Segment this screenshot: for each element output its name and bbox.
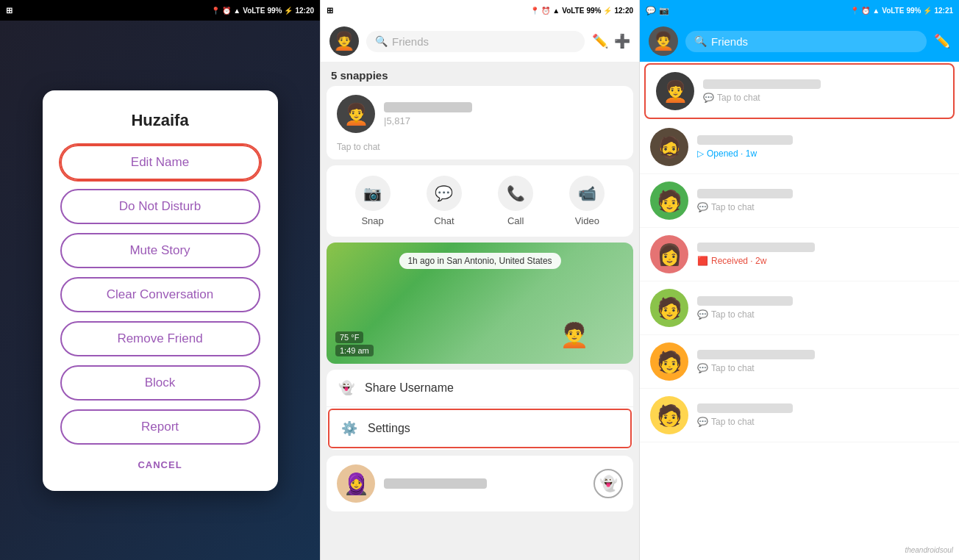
settings-item[interactable]: ⚙️ Settings [328, 409, 632, 448]
p3-wifi-icon: ▲ [872, 7, 880, 15]
fl-chat-icon-5: 💬 [697, 309, 708, 320]
map-location-label: 1h ago in San Antonio, United States [399, 253, 560, 269]
p3-alarm-icon: ⏰ [861, 7, 870, 15]
fl-avatar-6: 🧑 [650, 342, 688, 381]
friend-list-item-2[interactable]: 🧔 ▷ Opened · 1w [640, 121, 959, 174]
p2-search-bar[interactable]: 🔍 Friends [366, 31, 585, 52]
remove-friend-button[interactable]: Remove Friend [60, 321, 260, 356]
fl-info-7: 💬 Tap to chat [697, 403, 949, 427]
fl-name-blur-5 [697, 296, 793, 306]
bolt-icon: ⚡ [284, 7, 293, 15]
status-bar-3: 💬 📷 📍 ⏰ ▲ VoLTE 99% ⚡ 12:21 [640, 0, 959, 21]
settings-icon: ⚙️ [341, 420, 357, 437]
carrier-label: VoLTE [243, 7, 265, 15]
menu-card: 👻 Share Username ⚙️ Settings [327, 370, 633, 450]
p2-header-avatar[interactable]: 🧑‍🦱 [329, 26, 359, 56]
call-icon-circle: 📞 [498, 176, 533, 211]
fl-chat-icon-1: 💬 [703, 93, 714, 103]
p2-add-icon[interactable]: ➕ [614, 33, 630, 49]
p3-search-placeholder: Friends [711, 35, 748, 48]
fl-chat-icon-6: 💬 [697, 363, 708, 373]
p2-bitmoji: 🧑‍🦱 [333, 31, 355, 51]
friend-list-item-6[interactable]: 🧑 💬 Tap to chat [640, 335, 959, 389]
fl-received-icon-4: 🟥 [697, 256, 708, 266]
p3-new-chat-icon[interactable]: ✏️ [934, 33, 950, 49]
fl-opened-icon-2: ▷ [697, 148, 704, 159]
mute-story-button[interactable]: Mute Story [60, 233, 260, 268]
cancel-button[interactable]: CANCEL [60, 453, 260, 476]
settings-label: Settings [368, 422, 410, 435]
bottom-friend-item[interactable]: 🧕 👻 [327, 456, 633, 511]
fl-sub-text-1: Tap to chat [717, 93, 760, 103]
panel2-content: 5 snappies 🧑‍🦱 |5,817 Tap to chat 📷 Snap [321, 62, 639, 560]
do-not-disturb-button[interactable]: Do Not Disturb [60, 189, 260, 224]
fl-sub-text-6: Tap to chat [711, 363, 755, 373]
status-bar-1: ⊞ 📍 ⏰ ▲ VoLTE 99% ⚡ 12:20 [0, 0, 320, 21]
p2-search-icon: 🔍 [375, 35, 388, 47]
snap-label: Snap [361, 215, 383, 226]
bottom-snap-icon: 👻 [599, 475, 618, 492]
fl-avatar-2: 🧔 [650, 128, 688, 166]
chat-action[interactable]: 💬 Chat [427, 176, 462, 226]
fl-sub-text-5: Tap to chat [711, 309, 755, 320]
fl-sub-1: 💬 Tap to chat [703, 93, 943, 103]
friend-tap-chat: Tap to chat [327, 142, 633, 159]
bottom-friend-avatar: 🧕 [337, 464, 375, 503]
p2-screenshot-icon: ⊞ [327, 6, 333, 15]
chat-label: Chat [434, 215, 454, 226]
p2-wifi-icon: ▲ [552, 7, 560, 15]
p3-header-avatar[interactable]: 🧑‍🦱 [649, 26, 678, 56]
map-character: 🧑‍🦱 [560, 321, 589, 349]
p2-location-icon: 📍 [530, 7, 539, 15]
fl-name-blur-6 [697, 350, 815, 359]
clear-conversation-button[interactable]: Clear Conversation [60, 277, 260, 312]
friend-list-item-7[interactable]: 🧑 💬 Tap to chat [640, 389, 959, 442]
p3-screenshot-icon: 📷 [659, 6, 669, 15]
p3-status-left: 💬 📷 [646, 6, 669, 15]
dialog-box: Huzaifa Edit Name Do Not Disturb Mute St… [43, 90, 278, 491]
call-action[interactable]: 📞 Call [498, 176, 533, 226]
block-button[interactable]: Block [60, 365, 260, 401]
fl-sub-text-3: Tap to chat [711, 202, 755, 212]
panel-1: ⊞ 📍 ⏰ ▲ VoLTE 99% ⚡ 12:20 Huzaifa Edit N… [0, 0, 320, 560]
map-temp: 75 °F [335, 331, 363, 343]
friend-score: |5,817 [384, 115, 623, 126]
fl-chat-icon-7: 💬 [697, 417, 708, 427]
friend-card-top: 🧑‍🦱 |5,817 [327, 86, 633, 142]
friend-list-item-5[interactable]: 🧑 💬 Tap to chat [640, 281, 959, 335]
fl-sub-text-4: Received · 2w [711, 256, 766, 266]
share-username-item[interactable]: 👻 Share Username [327, 370, 633, 407]
panel-3: 💬 📷 📍 ⏰ ▲ VoLTE 99% ⚡ 12:21 🧑‍🦱 🔍 Friend… [640, 0, 959, 560]
p2-battery: 99% [586, 7, 601, 15]
fl-chat-icon-3: 💬 [697, 202, 708, 212]
friend-list-item-3[interactable]: 🧑 💬 Tap to chat [640, 174, 959, 228]
share-username-icon: 👻 [338, 380, 354, 396]
panel3-header: 🧑‍🦱 🔍 Friends ✏️ [640, 21, 959, 62]
alarm-icon: ⏰ [222, 7, 231, 15]
fl-name-blur-7 [697, 403, 793, 413]
status-right-icons: 📍 ⏰ ▲ VoLTE 99% ⚡ 12:20 [211, 7, 314, 15]
fl-sub-7: 💬 Tap to chat [697, 417, 949, 427]
fl-info-4: 🟥 Received · 2w [697, 243, 949, 266]
p3-search-bar[interactable]: 🔍 Friends [685, 31, 927, 52]
report-button[interactable]: Report [60, 409, 260, 445]
bottom-friend-name-blur [384, 478, 487, 489]
fl-sub-text-2: Opened · 1w [707, 148, 757, 159]
friend-main-avatar[interactable]: 🧑‍🦱 [337, 95, 375, 133]
friend-list-item-1[interactable]: 🧑‍🦱 💬 Tap to chat [644, 63, 955, 119]
p2-new-chat-icon[interactable]: ✏️ [592, 33, 608, 49]
fl-avatar-4: 👩 [650, 235, 688, 273]
friend-profile-card: 🧑‍🦱 |5,817 Tap to chat [327, 86, 633, 159]
share-username-label: Share Username [365, 381, 454, 395]
fl-sub-6: 💬 Tap to chat [697, 363, 949, 373]
p2-search-placeholder: Friends [392, 35, 429, 48]
friend-name-blurred [384, 102, 472, 112]
snap-action[interactable]: 📷 Snap [355, 176, 391, 226]
p2-carrier: VoLTE [562, 7, 584, 15]
edit-name-button[interactable]: Edit Name [60, 145, 260, 180]
fl-sub-4: 🟥 Received · 2w [697, 256, 949, 266]
bottom-snap-circle[interactable]: 👻 [593, 469, 623, 498]
video-action[interactable]: 📹 Video [569, 176, 605, 226]
fl-sub-5: 💬 Tap to chat [697, 309, 949, 320]
friend-list-item-4[interactable]: 👩 🟥 Received · 2w [640, 228, 959, 281]
